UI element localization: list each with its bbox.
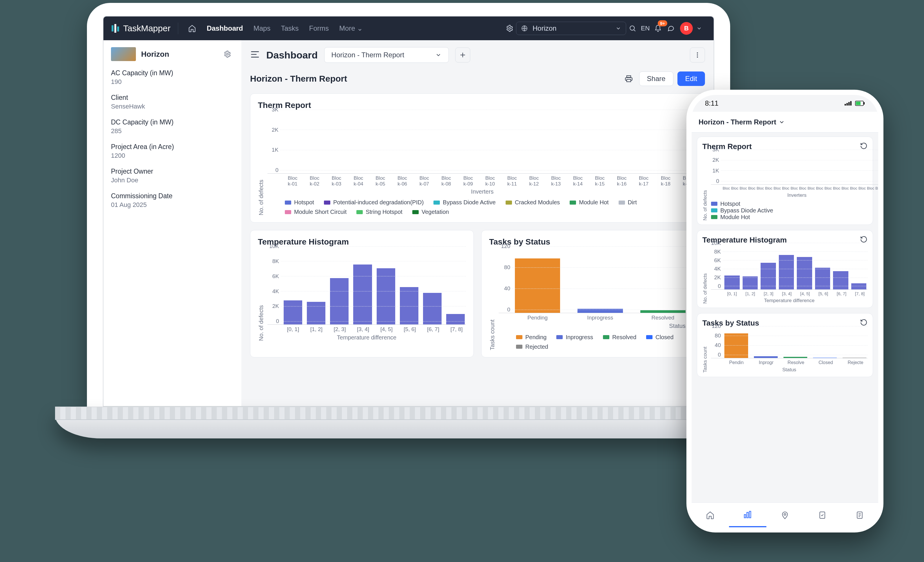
battery-icon: [855, 101, 865, 106]
laptop-base: [55, 407, 762, 438]
sidebar-field-value: John Doe: [111, 176, 234, 184]
phone-screen: 8:11 Horizon - Therm Report Therm Report…: [692, 95, 878, 527]
avatar[interactable]: B: [680, 22, 693, 35]
gear-icon[interactable]: [503, 22, 516, 35]
legend-item[interactable]: Rejected: [516, 344, 548, 350]
nav-link-tasks[interactable]: Tasks: [281, 24, 298, 33]
legend-item[interactable]: Resolved: [603, 334, 636, 341]
avatar-menu-chevron-icon[interactable]: [693, 22, 705, 35]
legend-item[interactable]: Module Hot: [570, 199, 609, 206]
nav-link-dashboard[interactable]: Dashboard: [207, 24, 243, 33]
phone-frame: 8:11 Horizon - Therm Report Therm Report…: [686, 90, 884, 532]
svg-rect-12: [844, 104, 846, 105]
project-name: Horizon: [141, 50, 216, 59]
phone-body: Therm Report No. of defects 01K2K3K Bloc…: [692, 133, 878, 502]
org-name: Horizon: [532, 24, 611, 33]
phone-histogram-ylabel: No. of defects: [702, 246, 708, 304]
svg-rect-11: [627, 79, 631, 82]
sidebar-field-label: Project Area (in Acre): [111, 143, 234, 151]
add-view-button[interactable]: [455, 48, 470, 63]
nav-divider: [178, 22, 178, 34]
tasks-by-status-ylabel: Tasks count: [489, 250, 496, 350]
legend-item[interactable]: Inprogress: [556, 334, 593, 341]
sidebar-field-label: DC Capacity (in MW): [111, 118, 234, 126]
svg-rect-13: [847, 103, 848, 106]
language-toggle[interactable]: EN: [639, 22, 652, 35]
nav-link-forms[interactable]: Forms: [309, 24, 329, 33]
view-selector[interactable]: Horizon - Therm Report: [324, 47, 449, 63]
phone-histogram-xlabel: Temperature difference: [711, 298, 867, 303]
app-logo[interactable]: TaskMapper: [111, 24, 170, 33]
phone-tab-tasks[interactable]: [804, 503, 841, 527]
legend-item[interactable]: Pending: [516, 334, 546, 341]
legend-item[interactable]: Potential-induced degradation(PID): [324, 199, 424, 206]
phone-tab-home[interactable]: [692, 503, 729, 527]
phone-therm-report-card: Therm Report No. of defects 01K2K3K Bloc…: [697, 137, 873, 225]
notification-badge: 9+: [658, 20, 667, 26]
laptop-bezel: TaskMapper DashboardMapsTasksFormsMore⌄ …: [87, 3, 730, 407]
svg-rect-14: [848, 102, 849, 106]
search-icon[interactable]: [626, 22, 639, 35]
svg-rect-1: [114, 24, 116, 33]
svg-rect-19: [744, 514, 746, 518]
edit-button[interactable]: Edit: [677, 72, 705, 86]
share-button[interactable]: Share: [639, 72, 674, 86]
page-header: Dashboard Horizon - Therm Report: [250, 47, 705, 63]
svg-rect-21: [749, 511, 751, 518]
nav-link-maps[interactable]: Maps: [254, 24, 271, 33]
print-icon[interactable]: [622, 72, 635, 85]
svg-rect-17: [856, 102, 861, 105]
legend-item[interactable]: Module Short Circuit: [285, 209, 346, 215]
legend-item[interactable]: Vegetation: [412, 209, 449, 215]
sidebar-field-label: Project Owner: [111, 167, 234, 175]
laptop-screen: TaskMapper DashboardMapsTasksFormsMore⌄ …: [103, 16, 714, 407]
phone-therm-legend: HotspotBypass Diode ActiveModule Hot: [711, 200, 878, 221]
home-icon[interactable]: [186, 22, 198, 35]
phone-histogram-card: Temperature Histogram No. of defects 02K…: [697, 230, 873, 308]
top-nav: TaskMapper DashboardMapsTasksFormsMore⌄ …: [104, 16, 714, 40]
phone-tab-dashboard[interactable]: [729, 503, 766, 527]
globe-icon: [521, 25, 528, 32]
therm-report-legend: HotspotPotential-induced degradation(PID…: [285, 199, 697, 215]
more-menu-button[interactable]: [690, 48, 705, 63]
svg-point-7: [697, 52, 698, 54]
legend-item[interactable]: String Hotspot: [356, 209, 402, 215]
svg-point-3: [509, 27, 511, 30]
phone-therm-xlabel: Inverters: [711, 193, 878, 198]
legend-item[interactable]: Closed: [646, 334, 674, 341]
phone-therm-chart: 01K2K3K: [711, 153, 878, 185]
phone-therm-ylabel: No. of defects: [702, 153, 708, 221]
therm-report-ylabel: No. of defects: [258, 113, 264, 215]
sidebar: Horizon AC Capacity (in MW)190ClientSens…: [104, 40, 242, 406]
phone-tasks-chart: 04080120: [711, 329, 867, 358]
notifications-icon[interactable]: 9+: [652, 22, 664, 35]
svg-rect-15: [850, 101, 852, 105]
sidebar-settings-icon[interactable]: [221, 48, 234, 60]
phone-tab-forms[interactable]: [841, 503, 878, 527]
phone-view-selector[interactable]: Horizon - Therm Report: [692, 112, 878, 133]
svg-rect-10: [627, 76, 631, 78]
view-selector-value: Horizon - Therm Report: [332, 51, 435, 59]
tasks-by-status-xlabel: Status: [499, 323, 686, 329]
legend-item[interactable]: Dirt: [619, 199, 637, 206]
signal-icon: [844, 101, 852, 106]
legend-item[interactable]: Cracked Modules: [506, 199, 560, 206]
page-title: Dashboard: [266, 49, 318, 61]
org-selector[interactable]: Horizon: [516, 22, 626, 35]
project-thumbnail: [111, 47, 136, 61]
bar: [330, 278, 349, 325]
menu-icon[interactable]: [250, 51, 260, 59]
sidebar-field-value: 190: [111, 78, 234, 86]
chevron-down-icon: [615, 25, 621, 31]
nav-link-more[interactable]: More⌄: [339, 24, 363, 33]
chevron-down-icon: [435, 52, 442, 58]
svg-point-5: [630, 26, 634, 30]
legend-item[interactable]: Hotspot: [285, 199, 314, 206]
phone-status-bar: 8:11: [692, 95, 878, 112]
therm-report-xlabel: Inverters: [267, 188, 697, 195]
legend-item[interactable]: Bypass Diode Active: [434, 199, 495, 206]
phone-tasks-ylabel: Tasks count: [702, 329, 708, 373]
phone-tab-map[interactable]: [766, 503, 804, 527]
phone-tasks-xlabel: Status: [711, 367, 867, 373]
phone-tabbar: [692, 502, 878, 527]
